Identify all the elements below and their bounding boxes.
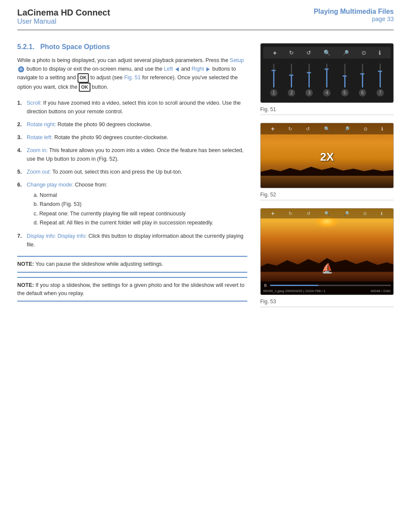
item-content: Zoom in: This feature allows you to zoom… <box>27 146 247 163</box>
item-content: Rotate right: Rotate the photo 90 degree… <box>27 120 247 129</box>
section-title: Photo Space Options <box>40 43 110 50</box>
fig52-rotate-cw-icon: ↻ <box>288 126 292 132</box>
fig53-play-mode-icon: ⊙ <box>363 211 367 216</box>
item-content: Scroll: If you have zoomed into a video,… <box>27 99 247 116</box>
figure-53-image: ⛵ + ↻ ↺ 🔍 🔎 ⊙ ℹ ⏸ <box>260 208 394 295</box>
zoom-label: 2X <box>320 150 334 164</box>
list-item: 4. Zoom in: This feature allows you to z… <box>17 146 247 163</box>
list-item: 1. Scroll: If you have zoomed into a vid… <box>17 99 247 116</box>
item-title: Rotate left: <box>27 134 53 140</box>
up-link-2: Up <box>156 169 162 175</box>
figure-51-image: + ↻ ↺ 🔍 🔎 ⊙ ℹ <box>260 43 394 103</box>
note-label-2: NOTE: <box>17 282 34 288</box>
toolbar-plus-icon: + <box>273 49 277 56</box>
fig53-rotate-ccw-icon: ↺ <box>307 211 310 216</box>
sub-list-item: b. Random (Fig. 53) <box>34 200 247 209</box>
fig53-zoom-in-icon: 🔍 <box>324 211 330 216</box>
left-link: Left <box>164 66 173 72</box>
brand-subtitle: User Manual <box>17 18 110 25</box>
header-left: LaCinema HD Connect User Manual <box>17 8 110 25</box>
item-number: 6. <box>17 180 25 227</box>
section-heading: 5.2.1. Photo Space Options <box>17 43 247 51</box>
fig52-rotate-ccw-icon: ↺ <box>306 126 310 132</box>
list-item: 2. Rotate right: Rotate the photo 90 deg… <box>17 120 247 129</box>
ok-label-1: OK <box>78 73 89 83</box>
right-arrow-icon <box>206 67 210 72</box>
figure-53-block: ⛵ + ↻ ↺ 🔍 🔎 ⊙ ℹ ⏸ <box>260 208 394 307</box>
fig52-play-mode-icon: ⊙ <box>364 126 367 132</box>
item-number: 1. <box>17 99 25 116</box>
note-text-2: If you stop a slideshow, the settings fo… <box>17 282 244 296</box>
item-title: Zoom out: <box>27 169 51 175</box>
sub-list: a. Normal b. Random (Fig. 53) c. Repeat … <box>27 191 247 227</box>
fig53-pause-icon: ⏸ <box>263 283 268 288</box>
page-number: page 33 <box>314 16 394 22</box>
note-label-1: NOTE: <box>17 261 34 267</box>
toolbar-rotate-cw-icon: ↻ <box>289 50 294 56</box>
fig53-zoom-out-icon: 🔎 <box>344 211 349 216</box>
right-column: + ↻ ↺ 🔍 🔎 ⊙ ℹ <box>260 43 394 315</box>
brand-name: LaCinema HD Connect <box>17 8 110 18</box>
item-number: 5. <box>17 168 25 176</box>
sub-list-item: a. Normal <box>34 191 247 200</box>
fig52-zoom-in-icon: 🔍 <box>324 126 330 132</box>
item-content: Display info: Display info: Click this b… <box>27 232 247 249</box>
figure-51-caption: Fig. 51 <box>260 105 394 115</box>
setup-link: Setup <box>230 57 244 63</box>
section-number: 5.2.1. <box>17 43 34 50</box>
item-title: Scroll: <box>27 100 42 106</box>
item-number: 4. <box>17 146 25 163</box>
fig52-zoom-out-icon: 🔎 <box>344 126 350 132</box>
fig52-info-icon: ℹ <box>381 126 383 132</box>
intro-paragraph: While a photo is being displayed, you ca… <box>17 56 247 92</box>
note-box-1: NOTE: You can pause the slideshow while … <box>17 256 247 273</box>
right-link: Right <box>192 66 204 72</box>
item-number: 7. <box>17 232 25 249</box>
figure-51-block: + ↻ ↺ 🔍 🔎 ⊙ ℹ <box>260 43 394 115</box>
list-item: 3. Rotate left: Rotate the photo 90 degr… <box>17 133 247 142</box>
fig53-link: Fig. 53 <box>63 201 80 207</box>
toolbar-zoom-out-icon: 🔎 <box>343 50 349 56</box>
item-title: Display info: <box>27 233 56 239</box>
fig52-link: Fig. 52 <box>99 156 115 162</box>
item-title: Change play mode: <box>27 182 73 188</box>
gear-icon: ⚙ <box>18 66 24 72</box>
figure-53-caption: Fig. 53 <box>260 297 394 307</box>
fig53-info-icon: ℹ <box>381 211 383 216</box>
header-right: Playing Multimedia Files page 33 <box>314 8 394 22</box>
item-content: Rotate left: Rotate the photo 90 degrees… <box>27 133 247 142</box>
toolbar-play-mode-icon: ⊙ <box>361 50 366 56</box>
up-link: Up <box>46 156 53 162</box>
item-content: Change play mode: Choose from: a. Normal… <box>27 180 247 227</box>
item-title-2: Display info: <box>58 233 87 239</box>
main-content: 5.2.1. Photo Space Options While a photo… <box>0 30 411 315</box>
toolbar-zoom-in-icon: 🔍 <box>324 50 330 56</box>
fig53-plus-icon: + <box>271 210 275 217</box>
sub-list-item: d. Repeat all: All files in the current … <box>34 218 247 227</box>
boat-icon: ⛵ <box>321 264 333 273</box>
item-number: 3. <box>17 133 25 142</box>
sub-list-item: c. Repeat one: The currently playing fil… <box>34 209 247 218</box>
figure-52-caption: Fig. 52 <box>260 190 394 200</box>
fig51-link: Fig. 51 <box>124 75 140 81</box>
ok-label-2: OK <box>79 83 90 92</box>
page-header: LaCinema HD Connect User Manual Playing … <box>0 0 411 30</box>
bottom-padding <box>0 315 411 341</box>
item-content: Zoom out: To zoom out, select this icon … <box>27 168 247 176</box>
list-item: 7. Display info: Display info: Click thi… <box>17 232 247 249</box>
options-list: 1. Scroll: If you have zoomed into a vid… <box>17 99 247 249</box>
list-item: 6. Change play mode: Choose from: a. Nor… <box>17 180 247 227</box>
left-arrow-icon <box>175 67 179 72</box>
toolbar-rotate-ccw-icon: ↺ <box>306 50 311 56</box>
figure-52-block: + ↻ ↺ 🔍 🔎 ⊙ ℹ 2X Fig. 52 <box>260 123 394 200</box>
toolbar-info-icon: ℹ <box>379 50 381 56</box>
item-title: Rotate right: <box>27 121 56 128</box>
item-number: 2. <box>17 120 25 129</box>
header-section-title: Playing Multimedia Files <box>314 8 394 16</box>
note-text-1: You can pause the slideshow while adjust… <box>35 261 163 267</box>
left-column: 5.2.1. Photo Space Options While a photo… <box>17 43 247 315</box>
fig52-plus-icon: + <box>271 125 274 132</box>
list-item: 5. Zoom out: To zoom out, select this ic… <box>17 168 247 176</box>
note-box-2: NOTE: If you stop a slideshow, the setti… <box>17 277 247 302</box>
item-title: Zoom in: <box>27 147 48 153</box>
